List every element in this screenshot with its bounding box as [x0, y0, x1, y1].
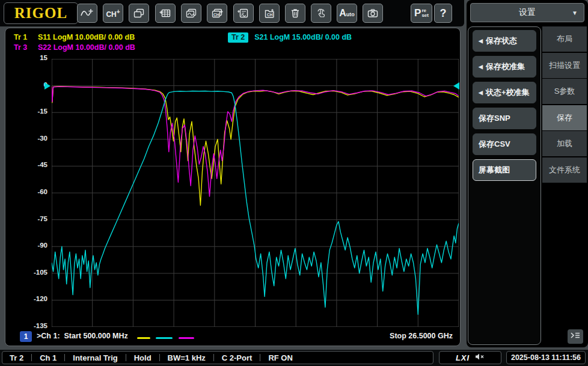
y-tick-label: -60 [15, 188, 47, 195]
status-item: Tr 2 [10, 353, 23, 362]
add-table-button[interactable] [155, 4, 176, 23]
y-tick-label: -135 [15, 322, 47, 329]
trace2-readout[interactable]: Tr 2 S21 LogM 15.00dB/ 0.00 dB [228, 32, 352, 43]
trace3-readout[interactable]: Tr 3 S22 LogM 10.00dB/ 0.00 dB [14, 43, 135, 52]
menu-button-label: 保存SNP [479, 113, 510, 124]
trace2-color-swatch [156, 337, 173, 339]
y-tick-label: -105 [15, 269, 47, 276]
menu-button-label: 保存校准集 [486, 61, 525, 72]
preset-label: Preset [414, 7, 429, 19]
channel-number-badge[interactable]: 1 [20, 331, 32, 342]
y-tick-label: -90 [15, 242, 47, 249]
status-item: Internal Trig [73, 353, 117, 362]
status-item: C 2-Port [222, 353, 253, 362]
camera-icon [367, 8, 379, 19]
divider [159, 354, 160, 361]
settings-menu-header[interactable]: 设置 ▼ [470, 3, 584, 22]
divider [31, 354, 32, 361]
sidebar: 设置 ▼ ◀保存状态◀保存校准集◀状态+校准集保存SNP保存CSV屏幕截图 布局… [467, 0, 588, 347]
divider [213, 354, 214, 361]
trace1-readout[interactable]: Tr 1 S11 LogM 10.00dB/ 0.00 dB [14, 33, 135, 41]
channel-stop-label[interactable]: Stop 26.5000 GHz [390, 332, 453, 340]
graph-plot-area[interactable] [52, 59, 459, 327]
menu-button-1[interactable]: ◀保存状态 [473, 30, 536, 52]
stacked-windows-icon [133, 8, 145, 19]
screenshot-button[interactable] [363, 4, 383, 23]
trace-window-button[interactable] [181, 4, 201, 23]
lxi-logo: LXI [456, 353, 470, 362]
menu-button-label: 状态+校准集 [486, 87, 530, 98]
channel-start-label[interactable]: >Ch 1: Start 500.000 MHz [37, 332, 128, 340]
menu-button-5[interactable]: 保存CSV [473, 133, 536, 155]
folder-channel-icon: CH [263, 8, 275, 19]
touch-hand-icon [316, 8, 326, 19]
menu-button-label: 保存CSV [479, 139, 510, 150]
datetime-pill: 2025-08-13 11:11:56 [506, 351, 586, 364]
menu-button-label: 屏幕截图 [479, 165, 510, 175]
sidebar-tab-4[interactable]: 保存 [542, 105, 587, 130]
reference-level-marker-left-icon [44, 82, 51, 90]
menu-button-3[interactable]: ◀状态+校准集 [473, 82, 536, 103]
svg-text:CH: CH [267, 13, 273, 17]
lxi-pill: LXI [439, 351, 501, 364]
sidebar-tab-3[interactable]: S参数 [542, 79, 587, 104]
datetime-label: 2025-08-13 11:11:56 [511, 353, 581, 362]
y-tick-label: -30 [15, 135, 47, 142]
y-tick-label: -120 [15, 295, 47, 302]
menu-button-2[interactable]: ◀保存校准集 [473, 56, 536, 78]
menu-collapse-button[interactable] [568, 329, 583, 344]
trace3-id: Tr 3 [14, 43, 32, 52]
add-channel-button[interactable]: CH+ [103, 4, 123, 23]
svg-text:CH: CH [213, 13, 219, 17]
active-trace-badge[interactable]: Tr 2 [228, 32, 248, 43]
touch-lock-button[interactable] [311, 4, 331, 23]
submenu-arrow-icon: ◀ [479, 64, 483, 70]
channel-add-icon: CH+ [106, 8, 120, 19]
save-menu-panel: ◀保存状态◀保存校准集◀状态+校准集保存SNP保存CSV屏幕截图 [468, 26, 541, 345]
delete-button[interactable] [285, 4, 305, 23]
sidebar-tab-5[interactable]: 加载 [542, 131, 587, 156]
menu-button-6[interactable]: 屏幕截图 [473, 159, 536, 181]
window-channel-add-icon: CH [210, 8, 224, 19]
table-add-icon [159, 8, 171, 19]
status-item: Ch 1 [40, 353, 57, 362]
settings-title: 设置 [519, 7, 536, 18]
divider [126, 354, 126, 361]
window-trace-icon [185, 8, 197, 19]
auto-label: Auto [339, 8, 355, 19]
submenu-arrow-icon: ◀ [479, 90, 483, 96]
help-button[interactable]: ? [434, 4, 452, 23]
channel-folder-button[interactable]: CH [259, 4, 280, 23]
y-tick-label: 0 [15, 81, 47, 88]
speaker-muted-icon [475, 352, 485, 363]
sidebar-tab-2[interactable]: 扫描设置 [542, 53, 587, 78]
measurement-window: Tr 1 S11 LogM 10.00dB/ 0.00 dB Tr 3 S22 … [5, 28, 461, 346]
trace3-params: S22 LogM 10.00dB/ 0.00 dB [38, 43, 135, 52]
sidebar-tab-6[interactable]: 文件系统 [542, 157, 587, 183]
auto-scale-button[interactable]: Auto [337, 4, 357, 23]
collapse-menu-icon [570, 331, 581, 342]
top-toolbar: RIGOL CH+ CH CH [0, 0, 464, 26]
preset-button[interactable]: Preset [411, 4, 432, 23]
y-tick-label: -15 [15, 108, 47, 115]
menu-button-4[interactable]: 保存SNP [473, 108, 536, 129]
measure-list-button[interactable] [233, 4, 254, 23]
trace3-color-swatch [179, 337, 194, 339]
window-layout-button[interactable] [129, 4, 149, 23]
clipboard-trace-icon [237, 8, 250, 19]
divider [64, 354, 65, 361]
channel-window-button[interactable]: CH [207, 4, 227, 23]
trace1-color-swatch [137, 337, 150, 339]
y-tick-label: 15 [15, 54, 47, 61]
trace-add-icon [81, 8, 94, 19]
chevron-down-icon: ▼ [572, 10, 578, 16]
sidebar-tab-1[interactable]: 布局 [542, 26, 587, 52]
submenu-arrow-icon: ◀ [479, 38, 483, 44]
status-pill: Tr 2Ch 1Internal TrigHoldBW=1 kHzC 2-Por… [2, 351, 433, 364]
rigol-logo: RIGOL [4, 2, 78, 24]
reference-level-marker-right-icon [453, 82, 459, 90]
status-bar: Tr 2Ch 1Internal TrigHoldBW=1 kHzC 2-Por… [0, 350, 588, 366]
add-trace-button[interactable] [77, 4, 97, 23]
menu-button-label: 保存状态 [486, 35, 517, 46]
trace2-params: S21 LogM 15.00dB/ 0.00 dB [254, 32, 352, 43]
